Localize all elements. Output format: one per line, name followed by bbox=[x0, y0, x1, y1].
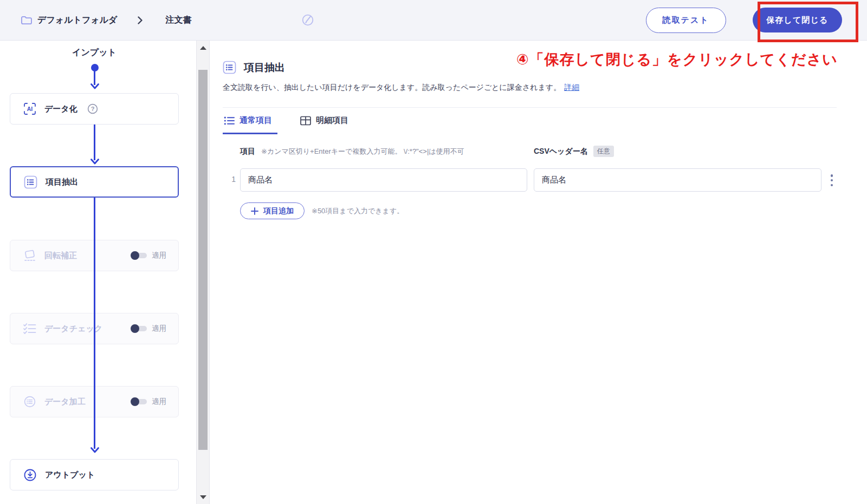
plus-icon bbox=[251, 207, 258, 215]
ai-icon: AI bbox=[23, 102, 37, 116]
rotate-icon bbox=[23, 249, 37, 263]
detail-link[interactable]: 詳細 bbox=[564, 83, 579, 91]
flow-arrow-icon bbox=[90, 159, 100, 165]
annotation-text: ④「保存して閉じる」をクリックしてください bbox=[516, 50, 838, 69]
add-item-label: 項目追加 bbox=[263, 206, 294, 216]
page-description: 全文読取を行い、抽出したい項目だけをデータ化します。読み取ったページごとに課金さ… bbox=[223, 83, 579, 93]
top-bar: デフォルトフォルダ 注文書 読取テスト 保存して閉じる bbox=[0, 0, 867, 41]
tab-label: 通常項目 bbox=[240, 115, 272, 126]
save-and-close-button[interactable]: 保存して閉じる bbox=[753, 8, 842, 32]
node-label: 回転補正 bbox=[44, 251, 77, 261]
app-window: デフォルトフォルダ 注文書 読取テスト 保存して閉じる ④「保存して閉じる」をク… bbox=[0, 0, 867, 504]
node-koumoku-chushutsu[interactable]: 項目抽出 bbox=[10, 166, 179, 198]
apply-label: 適用 bbox=[152, 324, 166, 333]
optional-badge: 任意 bbox=[593, 146, 614, 157]
csv-header-input[interactable] bbox=[534, 168, 821, 192]
list-icon bbox=[224, 116, 235, 126]
svg-text:AI: AI bbox=[27, 106, 33, 112]
item-column-note: ※カンマ区切り+Enterキーで複数入力可能。 \/:*?"<>|は使用不可 bbox=[261, 147, 464, 156]
column-header-csv: CSVヘッダー名 任意 bbox=[534, 146, 614, 157]
node-label: 項目抽出 bbox=[46, 177, 78, 187]
divider bbox=[223, 107, 837, 108]
workflow-sidebar: インプット AI bbox=[0, 41, 196, 504]
output-icon bbox=[23, 468, 37, 482]
breadcrumb-document-label: 注文書 bbox=[165, 15, 191, 26]
read-test-button[interactable]: 読取テスト bbox=[646, 8, 726, 33]
add-row: 項目追加 ※50項目まで入力できます。 bbox=[240, 202, 404, 219]
apply-label: 適用 bbox=[152, 397, 166, 407]
node-label: データ加工 bbox=[44, 397, 86, 407]
breadcrumb-folder[interactable]: デフォルトフォルダ bbox=[21, 15, 117, 26]
breadcrumb-folder-label: デフォルトフォルダ bbox=[37, 15, 117, 26]
scrollbar-thumb[interactable] bbox=[198, 70, 208, 450]
edit-icon[interactable] bbox=[300, 12, 316, 28]
input-label: インプット bbox=[10, 47, 179, 58]
item-column-label: 項目 bbox=[240, 147, 255, 156]
apply-toggle[interactable] bbox=[131, 397, 147, 406]
checklist-icon bbox=[23, 323, 37, 335]
help-icon[interactable]: ? bbox=[86, 102, 99, 115]
node-label: データ化 bbox=[44, 104, 77, 114]
tab-detail-items[interactable]: 明細項目 bbox=[299, 115, 354, 134]
tabs: 通常項目 明細項目 bbox=[223, 115, 354, 134]
add-note: ※50項目まで入力できます。 bbox=[312, 206, 404, 216]
flow-arrow-icon bbox=[90, 83, 100, 90]
row-menu-icon[interactable] bbox=[827, 174, 836, 187]
row-index: 1 bbox=[226, 175, 236, 184]
flow-line bbox=[94, 125, 95, 160]
flow-line bbox=[94, 68, 95, 85]
apply-toggle[interactable] bbox=[131, 324, 147, 333]
page-title: 項目抽出 bbox=[244, 61, 285, 75]
main-panel: 項目抽出 全文読取を行い、抽出したい項目だけをデータ化します。読み取ったページご… bbox=[210, 41, 867, 504]
column-header-item: 項目 ※カンマ区切り+Enterキーで複数入力可能。 \/:*?"<>|は使用不… bbox=[240, 147, 464, 156]
folder-icon bbox=[21, 15, 33, 25]
tab-normal-items[interactable]: 通常項目 bbox=[223, 115, 277, 134]
topbar-actions: 読取テスト 保存して閉じる bbox=[646, 8, 851, 33]
list-icon bbox=[23, 175, 38, 189]
add-item-button[interactable]: 項目追加 bbox=[240, 202, 305, 219]
apply-toggle[interactable] bbox=[131, 251, 147, 260]
list-icon bbox=[222, 60, 237, 75]
scroll-up-icon[interactable] bbox=[197, 42, 209, 54]
flow-arrow-icon bbox=[90, 447, 100, 454]
sidebar-scrollbar[interactable] bbox=[196, 41, 210, 504]
process-icon bbox=[23, 395, 37, 409]
node-dataka[interactable]: AI データ化 ? bbox=[10, 93, 179, 125]
item-name-input[interactable] bbox=[240, 168, 527, 192]
node-label: アウトプット bbox=[45, 470, 95, 480]
table-icon bbox=[300, 116, 311, 126]
chevron-right-icon bbox=[137, 16, 144, 25]
tab-label: 明細項目 bbox=[316, 115, 348, 126]
flow-line bbox=[94, 198, 95, 449]
scroll-down-icon[interactable] bbox=[197, 491, 209, 503]
apply-label: 適用 bbox=[152, 251, 166, 260]
node-output[interactable]: アウトプット bbox=[10, 459, 179, 490]
svg-text:?: ? bbox=[90, 106, 94, 112]
csv-column-label: CSVヘッダー名 bbox=[534, 147, 588, 156]
